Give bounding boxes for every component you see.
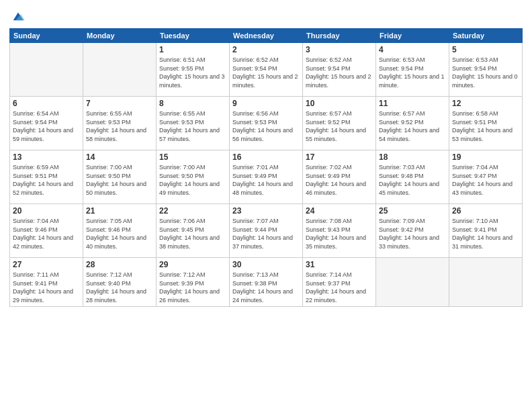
calendar-day-cell: 1Sunrise: 6:51 AMSunset: 9:55 PMDaylight…	[157, 43, 230, 97]
day-number: 19	[452, 152, 519, 162]
day-info: Sunrise: 6:54 AMSunset: 9:54 PMDaylight:…	[13, 109, 80, 143]
day-number: 22	[159, 206, 226, 216]
calendar-day-cell: 11Sunrise: 6:57 AMSunset: 9:52 PMDayligh…	[376, 97, 449, 150]
day-number: 11	[379, 99, 446, 108]
calendar-week-row: 6Sunrise: 6:54 AMSunset: 9:54 PMDaylight…	[10, 97, 523, 150]
day-info: Sunrise: 6:55 AMSunset: 9:53 PMDaylight:…	[159, 109, 226, 143]
calendar-day-cell: 12Sunrise: 6:58 AMSunset: 9:51 PMDayligh…	[449, 97, 523, 150]
day-info: Sunrise: 7:01 AMSunset: 9:49 PMDaylight:…	[232, 163, 300, 197]
day-info: Sunrise: 7:05 AMSunset: 9:46 PMDaylight:…	[86, 217, 153, 250]
day-info: Sunrise: 7:11 AMSunset: 9:41 PMDaylight:…	[13, 271, 80, 304]
day-info: Sunrise: 6:57 AMSunset: 9:52 PMDaylight:…	[379, 109, 446, 143]
calendar-day-cell	[10, 43, 83, 97]
calendar-day-cell: 19Sunrise: 7:04 AMSunset: 9:47 PMDayligh…	[449, 150, 523, 204]
calendar-week-row: 27Sunrise: 7:11 AMSunset: 9:41 PMDayligh…	[10, 258, 523, 307]
calendar-day-cell: 26Sunrise: 7:10 AMSunset: 9:41 PMDayligh…	[449, 204, 523, 258]
calendar-day-cell: 18Sunrise: 7:03 AMSunset: 9:48 PMDayligh…	[376, 150, 449, 204]
day-number: 30	[232, 260, 300, 269]
calendar-day-cell: 24Sunrise: 7:08 AMSunset: 9:43 PMDayligh…	[303, 204, 376, 258]
day-number: 27	[13, 260, 80, 269]
calendar-day-cell: 31Sunrise: 7:14 AMSunset: 9:37 PMDayligh…	[303, 258, 376, 307]
day-number: 20	[13, 206, 80, 216]
calendar-day-cell: 16Sunrise: 7:01 AMSunset: 9:49 PMDayligh…	[230, 150, 303, 204]
header	[9, 7, 523, 24]
day-info: Sunrise: 7:09 AMSunset: 9:42 PMDaylight:…	[379, 217, 446, 250]
calendar-day-cell: 27Sunrise: 7:11 AMSunset: 9:41 PMDayligh…	[10, 258, 83, 307]
day-number: 3	[306, 45, 373, 54]
day-number: 17	[306, 152, 373, 162]
calendar-day-cell: 14Sunrise: 7:00 AMSunset: 9:50 PMDayligh…	[83, 150, 157, 204]
logo-icon	[11, 9, 26, 24]
calendar-day-header: Friday	[376, 29, 449, 43]
calendar-day-cell: 20Sunrise: 7:04 AMSunset: 9:46 PMDayligh…	[10, 204, 83, 258]
calendar-day-cell: 29Sunrise: 7:12 AMSunset: 9:39 PMDayligh…	[157, 258, 230, 307]
day-number: 29	[159, 260, 226, 269]
day-info: Sunrise: 6:59 AMSunset: 9:51 PMDaylight:…	[13, 163, 80, 197]
day-number: 5	[452, 45, 519, 54]
day-number: 15	[159, 152, 226, 162]
calendar-day-header: Saturday	[449, 29, 523, 43]
day-number: 26	[452, 206, 519, 216]
day-number: 7	[86, 99, 153, 108]
day-number: 23	[232, 206, 300, 216]
day-number: 18	[379, 152, 446, 162]
calendar-day-cell: 21Sunrise: 7:05 AMSunset: 9:46 PMDayligh…	[83, 204, 157, 258]
calendar-day-cell	[83, 43, 157, 97]
calendar-day-cell: 7Sunrise: 6:55 AMSunset: 9:53 PMDaylight…	[83, 97, 157, 150]
calendar-day-header: Monday	[83, 29, 157, 43]
day-number: 6	[13, 99, 80, 108]
day-info: Sunrise: 6:53 AMSunset: 9:54 PMDaylight:…	[379, 56, 446, 89]
calendar-week-row: 13Sunrise: 6:59 AMSunset: 9:51 PMDayligh…	[10, 150, 523, 204]
day-number: 21	[86, 206, 153, 216]
calendar-day-header: Sunday	[10, 29, 83, 43]
day-info: Sunrise: 6:51 AMSunset: 9:55 PMDaylight:…	[159, 56, 226, 89]
calendar-day-cell: 10Sunrise: 6:57 AMSunset: 9:52 PMDayligh…	[303, 97, 376, 150]
calendar-day-cell: 4Sunrise: 6:53 AMSunset: 9:54 PMDaylight…	[376, 43, 449, 97]
day-info: Sunrise: 7:02 AMSunset: 9:49 PMDaylight:…	[306, 163, 373, 197]
day-info: Sunrise: 7:13 AMSunset: 9:38 PMDaylight:…	[232, 271, 300, 304]
calendar-day-cell: 13Sunrise: 6:59 AMSunset: 9:51 PMDayligh…	[10, 150, 83, 204]
calendar-day-cell: 8Sunrise: 6:55 AMSunset: 9:53 PMDaylight…	[157, 97, 230, 150]
day-number: 31	[306, 260, 373, 269]
page: SundayMondayTuesdayWednesdayThursdayFrid…	[0, 0, 532, 411]
day-info: Sunrise: 7:04 AMSunset: 9:47 PMDaylight:…	[452, 163, 519, 197]
day-number: 28	[86, 260, 153, 269]
day-info: Sunrise: 6:52 AMSunset: 9:54 PMDaylight:…	[232, 56, 300, 89]
calendar-day-cell	[376, 258, 449, 307]
day-info: Sunrise: 7:14 AMSunset: 9:37 PMDaylight:…	[306, 271, 373, 304]
calendar-day-header: Tuesday	[157, 29, 230, 43]
calendar-day-cell: 17Sunrise: 7:02 AMSunset: 9:49 PMDayligh…	[303, 150, 376, 204]
day-number: 14	[86, 152, 153, 162]
day-info: Sunrise: 7:03 AMSunset: 9:48 PMDaylight:…	[379, 163, 446, 197]
calendar-week-row: 1Sunrise: 6:51 AMSunset: 9:55 PMDaylight…	[10, 43, 523, 97]
day-info: Sunrise: 6:58 AMSunset: 9:51 PMDaylight:…	[452, 109, 519, 143]
day-number: 2	[232, 45, 300, 54]
calendar-table: SundayMondayTuesdayWednesdayThursdayFrid…	[9, 28, 523, 307]
day-info: Sunrise: 6:55 AMSunset: 9:53 PMDaylight:…	[86, 109, 153, 143]
day-info: Sunrise: 6:56 AMSunset: 9:53 PMDaylight:…	[232, 109, 300, 143]
day-info: Sunrise: 7:00 AMSunset: 9:50 PMDaylight:…	[159, 163, 226, 197]
day-info: Sunrise: 7:04 AMSunset: 9:46 PMDaylight:…	[13, 217, 80, 250]
calendar-day-cell: 30Sunrise: 7:13 AMSunset: 9:38 PMDayligh…	[230, 258, 303, 307]
day-info: Sunrise: 6:53 AMSunset: 9:54 PMDaylight:…	[452, 56, 519, 89]
day-info: Sunrise: 7:07 AMSunset: 9:44 PMDaylight:…	[232, 217, 300, 250]
day-info: Sunrise: 7:12 AMSunset: 9:39 PMDaylight:…	[159, 271, 226, 304]
calendar-header-row: SundayMondayTuesdayWednesdayThursdayFrid…	[10, 29, 523, 43]
day-number: 25	[379, 206, 446, 216]
day-number: 10	[306, 99, 373, 108]
day-number: 24	[306, 206, 373, 216]
calendar-day-cell: 2Sunrise: 6:52 AMSunset: 9:54 PMDaylight…	[230, 43, 303, 97]
calendar-day-cell: 5Sunrise: 6:53 AMSunset: 9:54 PMDaylight…	[449, 43, 523, 97]
day-info: Sunrise: 7:00 AMSunset: 9:50 PMDaylight:…	[86, 163, 153, 197]
calendar-day-cell: 15Sunrise: 7:00 AMSunset: 9:50 PMDayligh…	[157, 150, 230, 204]
day-number: 13	[13, 152, 80, 162]
calendar-day-cell: 6Sunrise: 6:54 AMSunset: 9:54 PMDaylight…	[10, 97, 83, 150]
day-info: Sunrise: 6:52 AMSunset: 9:54 PMDaylight:…	[306, 56, 373, 89]
calendar-day-header: Wednesday	[230, 29, 303, 43]
calendar-day-cell: 9Sunrise: 6:56 AMSunset: 9:53 PMDaylight…	[230, 97, 303, 150]
logo	[9, 9, 26, 24]
day-info: Sunrise: 7:10 AMSunset: 9:41 PMDaylight:…	[452, 217, 519, 250]
day-number: 12	[452, 99, 519, 108]
calendar-week-row: 20Sunrise: 7:04 AMSunset: 9:46 PMDayligh…	[10, 204, 523, 258]
calendar-day-cell: 28Sunrise: 7:12 AMSunset: 9:40 PMDayligh…	[83, 258, 157, 307]
